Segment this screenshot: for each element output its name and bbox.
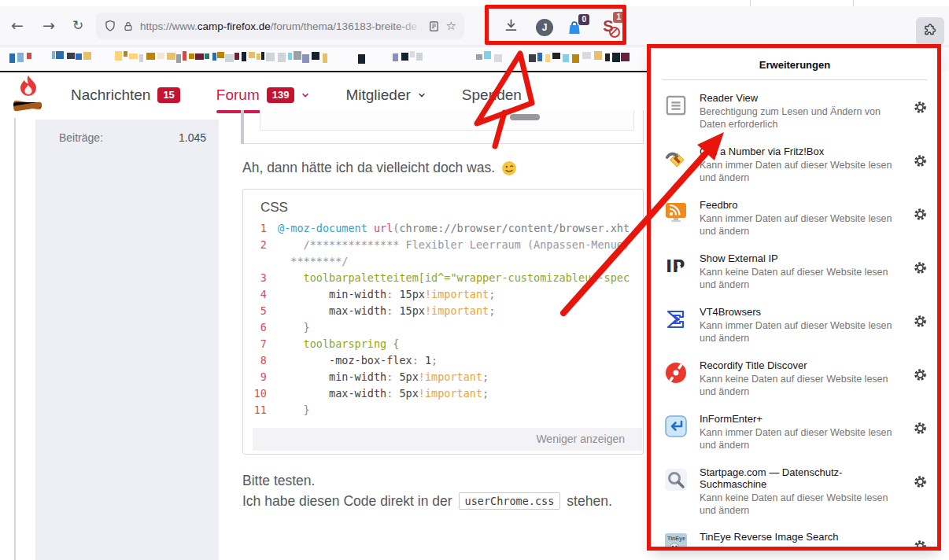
code-line: 4 min-width: 15px!important; xyxy=(243,286,643,303)
post-paragraph: Bitte testen. xyxy=(242,473,315,489)
line-number: 4 xyxy=(243,286,278,303)
extension-item[interactable]: VT4BrowsersKann immer Daten auf dieser W… xyxy=(652,299,938,352)
browser-toolbar: ← → ↻ https://www.camp-firefox.de/forum/… xyxy=(0,6,949,46)
extension-permission: Berechtigung zum Lesen und Ändern von Da… xyxy=(700,105,902,131)
gear-icon[interactable] xyxy=(914,101,927,117)
author-info-box: Beiträge: 1.045 xyxy=(35,120,219,560)
tineye-icon: TinEye xyxy=(664,532,688,551)
line-number: 5 xyxy=(243,303,278,319)
reader-mode-icon[interactable] xyxy=(428,20,440,32)
gear-icon[interactable] xyxy=(914,475,927,492)
url-text: https://www.camp-firefox.de/forum/thema/… xyxy=(140,20,422,32)
forward-icon[interactable]: → xyxy=(42,17,55,34)
gear-icon[interactable] xyxy=(914,261,927,278)
nav-spenden[interactable]: Spenden xyxy=(462,87,522,104)
line-number: 7 xyxy=(243,336,278,352)
wink-emoji-icon xyxy=(501,160,517,176)
nav-mitglieder[interactable]: Mitglieder xyxy=(345,87,425,104)
back-icon[interactable]: ← xyxy=(11,17,24,34)
line-number: 10 xyxy=(243,385,278,402)
extensions-toolbar-button[interactable] xyxy=(916,17,944,46)
reload-icon[interactable]: ↻ xyxy=(72,17,83,33)
extension-item[interactable]: IPShow External IPKann keine Daten auf d… xyxy=(652,245,938,299)
extension-item[interactable]: TinEyeTinEye Reverse Image SearchKann ke… xyxy=(652,524,938,551)
horizontal-scrollbar-thumb[interactable] xyxy=(510,114,540,120)
chevron-down-icon xyxy=(418,91,426,99)
code-line: 9 min-width: 5px!important; xyxy=(243,369,643,385)
collapsed-block-scrollbar[interactable] xyxy=(241,110,244,144)
code-line: 8 -moz-box-flex: 1; xyxy=(243,352,643,369)
svg-text:TinEye: TinEye xyxy=(667,536,685,542)
extension-item[interactable]: Call a Number via Fritz!BoxKann immer Da… xyxy=(652,138,938,192)
feedbro-rss-icon xyxy=(664,201,688,224)
extension-name: Recordify Title Discover xyxy=(700,359,902,371)
extension-permission: Kann immer Daten auf dieser Website lese… xyxy=(700,426,902,451)
code-line: 3 toolbarpaletteitem[id^="wrapper-custom… xyxy=(243,270,643,286)
site-nav: Nachrichten 15 Forum 139 Mitglieder Spen… xyxy=(71,87,522,104)
gear-icon[interactable] xyxy=(914,208,927,224)
tab-strip xyxy=(0,0,949,6)
bookmark-star-icon[interactable]: ☆ xyxy=(446,19,456,33)
fritzbox-phone-icon xyxy=(664,147,688,171)
gear-icon[interactable] xyxy=(914,540,927,551)
panel-title: Erweiterungen xyxy=(652,49,938,79)
page-divider xyxy=(14,118,16,560)
collapse-code-link[interactable]: Weniger anzeigen xyxy=(253,428,642,451)
badge-count: 1 xyxy=(613,12,624,23)
campfire-logo-icon[interactable] xyxy=(11,74,46,116)
reader-view-icon xyxy=(664,94,688,117)
extension-name: Startpage.com — Datenschutz-Suchmaschine xyxy=(700,466,902,490)
extension-item[interactable]: Startpage.com — Datenschutz-Suchmaschine… xyxy=(652,459,938,524)
extension-item[interactable]: FeedbroKann immer Daten auf dieser Websi… xyxy=(652,192,938,245)
line-number: 3 xyxy=(243,270,278,286)
magnifier-icon xyxy=(664,468,688,492)
svg-text:IP: IP xyxy=(666,256,685,276)
forum-count-badge: 139 xyxy=(267,87,295,103)
account-extension-icon[interactable]: J xyxy=(536,19,553,36)
extension-item[interactable]: Recordify Title DiscoverKann keine Daten… xyxy=(652,352,938,406)
extension-name: Feedbro xyxy=(700,199,902,211)
code-line: 6 } xyxy=(243,319,643,336)
gear-icon[interactable] xyxy=(914,422,927,438)
line-number xyxy=(243,253,278,270)
extension-name: InFormEnter+ xyxy=(700,413,902,425)
lock-icon[interactable] xyxy=(123,20,134,32)
extension-item[interactable]: InFormEnter+Kann immer Daten auf dieser … xyxy=(652,406,938,459)
gear-icon[interactable] xyxy=(914,154,927,171)
browser-window: ← → ↻ https://www.camp-firefox.de/forum/… xyxy=(0,0,949,560)
extension-permission: Kann immer Daten auf dieser Website lese… xyxy=(700,212,902,238)
code-language-label: CSS xyxy=(243,190,643,220)
url-bar[interactable]: https://www.camp-firefox.de/forum/thema/… xyxy=(96,13,464,39)
code-line: 1@-moz-document url(chrome://browser/con… xyxy=(243,220,643,237)
post-paragraph: Ich habe diesen Code direkt in der userC… xyxy=(242,492,612,510)
nav-nachrichten[interactable]: Nachrichten 15 xyxy=(71,87,180,104)
extension-permission: Kann immer Daten auf dieser Website lese… xyxy=(700,159,902,184)
s-extension-icon[interactable]: S 1 xyxy=(600,17,617,36)
extension-name: VT4Browsers xyxy=(700,306,902,318)
extension-permission: Kann immer Daten auf dieser Website lese… xyxy=(700,319,902,344)
censored-bookmarks xyxy=(0,46,645,71)
line-number: 6 xyxy=(243,319,278,336)
download-icon[interactable] xyxy=(504,18,519,36)
gear-icon[interactable] xyxy=(914,368,927,385)
code-body: 1@-moz-document url(chrome://browser/con… xyxy=(243,220,643,418)
line-number: 8 xyxy=(243,352,278,369)
code-block: CSS 1@-moz-document url(chrome://browser… xyxy=(242,189,644,455)
gear-icon[interactable] xyxy=(914,315,927,331)
enter-arrow-icon xyxy=(664,414,688,438)
shield-icon[interactable] xyxy=(104,20,116,32)
extension-name: Call a Number via Fritz!Box xyxy=(700,146,902,157)
extension-item[interactable]: Reader ViewBerechtigung zum Lesen und Än… xyxy=(652,85,938,138)
extension-name: Show External IP xyxy=(700,252,902,264)
badge-count: 0 xyxy=(578,14,589,25)
code-line: 2 /************** Flexibler Leerraum (An… xyxy=(243,237,643,253)
inline-code-filename: userChrome.css xyxy=(459,492,561,510)
sigma-icon xyxy=(664,308,688,331)
shopping-bag-extension-icon[interactable]: 0 xyxy=(567,20,582,39)
posts-label: Beiträge: xyxy=(59,131,103,144)
code-line: 10 max-width: 5px!important; xyxy=(243,385,643,402)
nav-forum[interactable]: Forum 139 xyxy=(216,87,310,104)
extensions-list: Reader ViewBerechtigung zum Lesen und Än… xyxy=(652,80,938,551)
nachrichten-count-badge: 15 xyxy=(157,87,179,103)
chevron-down-icon xyxy=(301,91,309,99)
